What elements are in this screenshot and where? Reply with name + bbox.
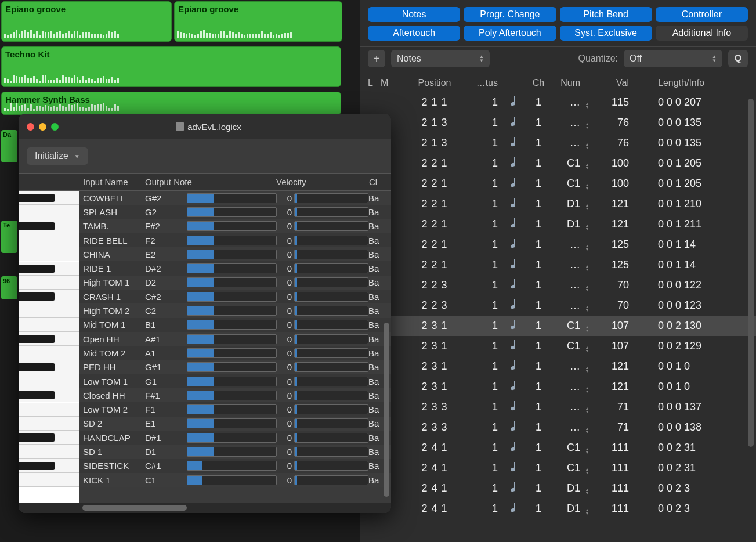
col-output-note[interactable]: Output Note — [145, 177, 276, 187]
region-te[interactable]: Te — [1, 221, 17, 253]
mapping-row[interactable]: SD 1 D1 0 Ba — [79, 445, 391, 458]
col-status[interactable]: …tus — [472, 78, 502, 88]
stepper-icon[interactable]: ▲▼ — [585, 508, 589, 515]
mapping-row[interactable]: Closed HH F#1 0 Ba — [79, 388, 391, 402]
event-row[interactable]: 2 4 1 1 1 C1 ▲▼ 111 0 0 2 31 — [360, 458, 756, 478]
col-l[interactable]: L — [368, 78, 381, 88]
stepper-icon[interactable]: ▲▼ — [585, 447, 589, 454]
mapping-row[interactable]: High TOM 1 D2 0 Ba — [79, 276, 391, 290]
mapping-row[interactable]: PED HH G#1 0 Ba — [79, 360, 391, 374]
col-ch[interactable]: Ch — [527, 78, 550, 88]
col-m[interactable]: M — [381, 78, 397, 88]
event-rows[interactable]: 2 1 1 1 1 … ▲▼ 115 0 0 0 207 2 1 3 1 1 …… — [360, 92, 756, 536]
stepper-icon[interactable]: ▲▼ — [585, 305, 589, 312]
filter-additional-info[interactable]: Additional Info — [656, 26, 748, 41]
stepper-icon[interactable]: ▲▼ — [585, 183, 589, 190]
region-da[interactable]: Da — [1, 130, 17, 162]
mapping-row[interactable]: TAMB. F#2 0 Ba — [79, 219, 391, 233]
window-titlebar[interactable]: advEvL.logicx — [19, 114, 391, 139]
filter-pitch-bend[interactable]: Pitch Bend — [560, 7, 652, 22]
quantize-select[interactable]: Off ▲▼ — [624, 50, 722, 67]
event-row[interactable]: 2 3 3 1 1 … ▲▼ 71 0 0 0 137 — [360, 397, 756, 417]
filter-poly-aftertouch[interactable]: Poly Aftertouch — [464, 26, 556, 41]
stepper-icon[interactable]: ▲▼ — [585, 224, 589, 231]
close-icon[interactable] — [27, 123, 34, 131]
col-channel[interactable]: Cl — [369, 177, 386, 187]
mapping-row[interactable]: Mid TOM 1 B1 0 Ba — [79, 318, 391, 332]
mapping-row[interactable]: Mid TOM 2 A1 0 Ba — [79, 346, 391, 360]
region[interactable]: Hammer Synth Bass — [1, 92, 341, 115]
stepper-icon[interactable]: ▲▼ — [585, 102, 589, 109]
stepper-icon[interactable]: ▲▼ — [585, 427, 589, 434]
stepper-icon[interactable]: ▲▼ — [585, 122, 589, 129]
col-val[interactable]: Val — [594, 78, 629, 88]
stepper-icon[interactable]: ▲▼ — [585, 163, 589, 170]
event-row[interactable]: 2 1 3 1 1 … ▲▼ 76 0 0 0 135 — [360, 113, 756, 133]
region[interactable]: Epiano groove — [174, 1, 342, 42]
mapping-row[interactable]: High TOM 2 C2 0 Ba — [79, 303, 391, 317]
region-96[interactable]: 96 — [1, 276, 17, 299]
col-num[interactable]: Num — [550, 78, 580, 88]
event-row[interactable]: 2 4 1 1 1 D1 ▲▼ 111 0 0 2 3 — [360, 478, 756, 498]
initialize-menu[interactable]: Initialize ▼ — [27, 147, 88, 165]
stepper-icon[interactable]: ▲▼ — [585, 407, 589, 414]
filter-aftertouch[interactable]: Aftertouch — [368, 26, 460, 41]
stepper-icon[interactable]: ▲▼ — [585, 326, 589, 333]
stepper-icon[interactable]: ▲▼ — [585, 143, 589, 150]
scrollbar-vertical[interactable] — [748, 99, 754, 447]
filter-syst-exclusive[interactable]: Syst. Exclusive — [560, 26, 652, 41]
mapping-row[interactable]: CHINA E2 0 Ba — [79, 247, 391, 261]
mapping-row[interactable]: COWBELL G#2 0 Ba — [79, 191, 391, 205]
stepper-icon[interactable]: ▲▼ — [585, 488, 589, 495]
stepper-icon[interactable]: ▲▼ — [585, 386, 589, 393]
event-row[interactable]: 2 3 1 1 1 … ▲▼ 121 0 0 1 0 — [360, 377, 756, 397]
mapping-row[interactable]: RIDE 1 D#2 0 Ba — [79, 261, 391, 275]
event-row[interactable]: 2 2 3 1 1 … ▲▼ 70 0 0 0 122 — [360, 275, 756, 295]
event-row[interactable]: 2 2 1 1 1 … ▲▼ 125 0 0 1 14 — [360, 234, 756, 255]
event-row[interactable]: 2 1 3 1 1 … ▲▼ 76 0 0 0 135 — [360, 133, 756, 153]
event-row[interactable]: 2 2 3 1 1 … ▲▼ 70 0 0 0 123 — [360, 295, 756, 316]
scrollbar-horizontal[interactable] — [19, 503, 391, 513]
mapping-row[interactable]: RIDE BELL F2 0 Ba — [79, 233, 391, 247]
stepper-icon[interactable]: ▲▼ — [585, 468, 589, 475]
event-row[interactable]: 2 4 1 1 1 D1 ▲▼ 111 0 0 2 3 — [360, 498, 756, 519]
piano-keyboard[interactable] — [19, 191, 79, 503]
mapping-row[interactable]: SIDESTICK C#1 0 Ba — [79, 459, 391, 473]
scrollbar-vertical[interactable] — [384, 323, 389, 497]
col-velocity[interactable]: Velocity — [276, 177, 369, 187]
stepper-icon[interactable]: ▲▼ — [585, 265, 589, 272]
event-row[interactable]: 2 2 1 1 1 C1 ▲▼ 100 0 0 1 205 — [360, 174, 756, 194]
mapping-row[interactable]: CRASH 1 C#2 0 Ba — [79, 290, 391, 303]
event-row[interactable]: 2 3 1 1 1 C1 ▲▼ 107 0 0 2 129 — [360, 336, 756, 356]
event-row[interactable]: 2 3 3 1 1 … ▲▼ 71 0 0 0 138 — [360, 417, 756, 438]
mapping-row[interactable]: SPLASH G2 0 Ba — [79, 205, 391, 219]
col-position[interactable]: Position — [397, 78, 472, 88]
region[interactable]: Epiano groove — [1, 1, 172, 42]
event-row[interactable]: 2 2 1 1 1 C1 ▲▼ 100 0 0 1 205 — [360, 153, 756, 174]
col-input-name[interactable]: Input Name — [79, 177, 145, 187]
mapping-row[interactable]: Low TOM 1 G1 0 Ba — [79, 374, 391, 388]
add-event-button[interactable]: + — [368, 50, 385, 67]
mapping-row[interactable]: SD 2 E1 0 Ba — [79, 417, 391, 431]
event-row[interactable]: 2 2 1 1 1 D1 ▲▼ 121 0 0 1 210 — [360, 194, 756, 214]
event-row[interactable]: 2 2 1 1 1 D1 ▲▼ 121 0 0 1 211 — [360, 214, 756, 234]
mapping-row[interactable]: Low TOM 2 F1 0 Ba — [79, 402, 391, 416]
filter-progr-change[interactable]: Progr. Change — [464, 7, 556, 22]
event-row[interactable]: 2 2 1 1 1 … ▲▼ 125 0 0 1 14 — [360, 255, 756, 275]
stepper-icon[interactable]: ▲▼ — [585, 366, 589, 373]
stepper-icon[interactable]: ▲▼ — [585, 285, 589, 292]
stepper-icon[interactable]: ▲▼ — [585, 204, 589, 211]
mapping-row[interactable]: HANDCLAP D#1 0 Ba — [79, 431, 391, 445]
col-length[interactable]: Length/Info — [629, 78, 748, 88]
stepper-icon[interactable]: ▲▼ — [585, 346, 589, 353]
stepper-icon[interactable]: ▲▼ — [585, 244, 589, 251]
event-row[interactable]: 2 3 1 1 1 C1 ▲▼ 107 0 0 2 130 — [360, 316, 756, 336]
event-row[interactable]: 2 1 1 1 1 … ▲▼ 115 0 0 0 207 — [360, 92, 756, 113]
region[interactable]: Techno Kit — [1, 46, 341, 87]
quantize-apply-button[interactable]: Q — [728, 50, 748, 67]
filter-controller[interactable]: Controller — [656, 7, 748, 22]
event-type-select[interactable]: Notes ▲▼ — [391, 50, 490, 67]
mapping-row[interactable]: KICK 1 C1 0 Ba — [79, 473, 391, 487]
event-row[interactable]: 2 3 1 1 1 … ▲▼ 121 0 0 1 0 — [360, 356, 756, 377]
mapping-row[interactable]: Open HH A#1 0 Ba — [79, 332, 391, 346]
